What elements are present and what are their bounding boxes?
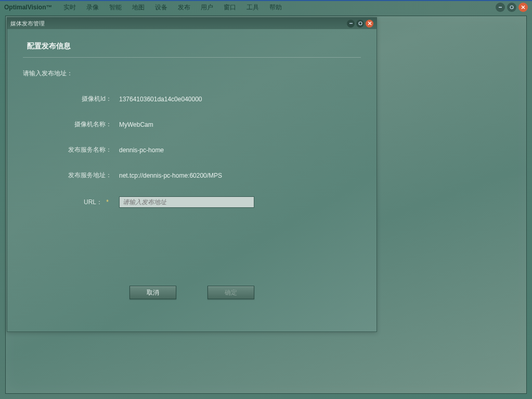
main-content-area: 媒体发布管理 配置发布信息 请输入发布地址： 摄像机Id： 13764 [5,16,527,394]
camera-name-value: MyWebCam [119,121,153,128]
dialog-maximize-button[interactable] [356,20,364,28]
dialog-body: 配置发布信息 请输入发布地址： 摄像机Id： 13764103601da14c0… [7,29,377,312]
camera-name-row: 摄像机名称： MyWebCam [23,120,361,129]
svg-point-1 [510,6,513,9]
close-icon [521,5,526,10]
dialog-title: 媒体发布管理 [10,20,347,28]
menu-user[interactable]: 用户 [196,2,218,13]
menu-map[interactable]: 地图 [127,2,150,13]
required-asterisk: * [106,198,109,206]
camera-name-label: 摄像机名称： [23,120,119,129]
menu-help[interactable]: 帮助 [264,2,287,13]
main-close-button[interactable] [518,3,528,12]
maximize-icon [509,5,514,10]
main-maximize-button[interactable] [507,3,516,12]
menu-window[interactable]: 窗口 [218,2,241,13]
app-title: OptimalVision™ [4,4,52,11]
menu-device[interactable]: 设备 [150,2,173,13]
menu-publish[interactable]: 发布 [173,2,196,13]
service-addr-value: net.tcp://dennis-pc-home:60200/MPS [119,172,222,179]
url-input[interactable] [119,196,254,208]
minimize-icon [498,5,503,10]
menu-intelligent[interactable]: 智能 [104,2,127,13]
service-addr-label: 发布服务地址： [23,171,119,180]
service-name-value: dennis-pc-home [119,147,164,154]
main-minimize-button[interactable] [496,3,505,12]
url-label: URL： * [23,198,119,207]
svg-point-5 [359,22,362,25]
minimize-icon [348,21,354,26]
url-label-text: URL： [84,198,102,206]
url-row: URL： * [23,196,361,208]
menu-recording[interactable]: 录像 [81,2,104,13]
service-name-label: 发布服务名称： [23,145,119,154]
prompt-text: 请输入发布地址： [23,69,361,78]
media-publish-dialog: 媒体发布管理 配置发布信息 请输入发布地址： 摄像机Id： 13764 [7,17,377,332]
dialog-header: 配置发布信息 [23,42,361,58]
service-name-row: 发布服务名称： dennis-pc-home [23,145,361,154]
menu-tools[interactable]: 工具 [241,2,264,13]
dialog-close-button[interactable] [366,20,373,28]
dialog-titlebar: 媒体发布管理 [7,18,377,29]
ok-button[interactable]: 确定 [207,286,254,299]
dialog-minimize-button[interactable] [347,20,355,28]
dialog-button-row: 取消 确定 [23,286,361,299]
camera-id-value: 13764103601da14c0e040000 [119,96,202,103]
camera-id-row: 摄像机Id： 13764103601da14c0e040000 [23,95,361,103]
menu-realtime[interactable]: 实时 [58,2,81,13]
cancel-button[interactable]: 取消 [129,286,176,299]
main-window-controls [496,3,528,12]
maximize-icon [358,21,363,26]
camera-id-label: 摄像机Id： [23,95,119,103]
close-icon [367,21,372,26]
dialog-window-controls [347,20,373,28]
service-addr-row: 发布服务地址： net.tcp://dennis-pc-home:60200/M… [23,171,361,180]
main-titlebar: OptimalVision™ 实时 录像 智能 地图 设备 发布 用户 窗口 工… [0,1,532,14]
